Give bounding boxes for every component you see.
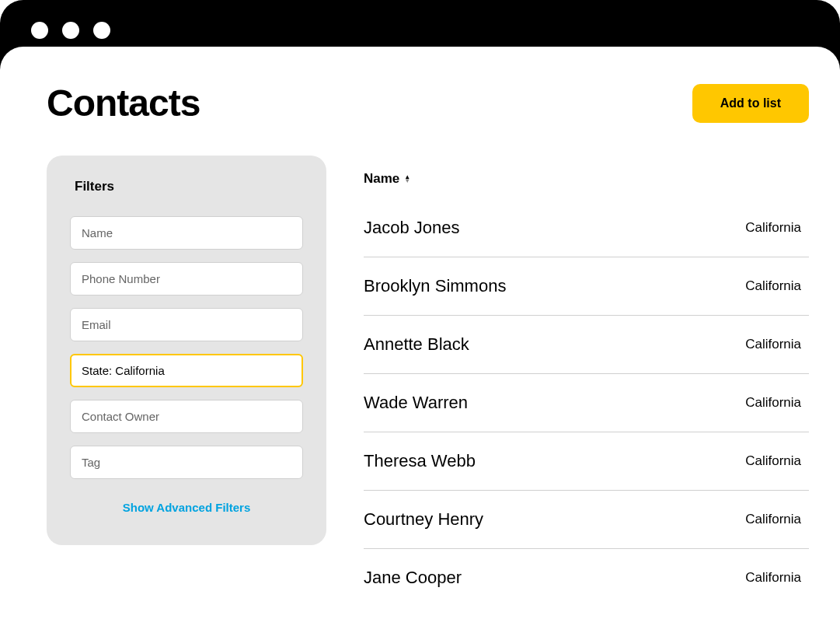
sort-icon: ▲▼ — [404, 175, 410, 183]
contact-state: California — [745, 512, 809, 527]
filter-state-input[interactable] — [70, 354, 303, 387]
app-window: Contacts Add to list Filters Show Advanc… — [0, 47, 840, 640]
contact-state: California — [745, 220, 809, 236]
add-to-list-button[interactable]: Add to list — [692, 84, 809, 123]
contact-state: California — [745, 337, 809, 352]
filter-tag-input[interactable] — [70, 446, 303, 479]
window-dot-minimize[interactable] — [62, 22, 79, 39]
contact-name: Jacob Jones — [364, 218, 460, 238]
contact-name: Jane Cooper — [364, 568, 462, 588]
show-advanced-filters-link[interactable]: Show Advanced Filters — [70, 501, 303, 514]
contact-name: Theresa Webb — [364, 451, 476, 471]
page-title: Contacts — [47, 82, 200, 124]
header: Contacts Add to list — [47, 82, 809, 124]
content: Filters Show Advanced Filters Name ▲▼ Ja… — [47, 156, 809, 607]
filter-name-input[interactable] — [70, 216, 303, 250]
contact-name: Brooklyn Simmons — [364, 276, 506, 296]
filter-owner-input[interactable] — [70, 400, 303, 433]
column-header-name-label: Name — [364, 171, 399, 187]
filters-panel: Filters Show Advanced Filters — [47, 156, 326, 545]
column-header-name[interactable]: Name ▲▼ — [364, 171, 809, 187]
results-table: Name ▲▼ Jacob JonesCaliforniaBrooklyn Si… — [364, 156, 809, 607]
filter-email-input[interactable] — [70, 308, 303, 341]
filter-phone-input[interactable] — [70, 262, 303, 296]
filters-title: Filters — [75, 179, 303, 194]
contact-name: Courtney Henry — [364, 509, 483, 530]
contact-state: California — [745, 278, 809, 294]
table-row[interactable]: Jacob JonesCalifornia — [364, 218, 809, 257]
table-row[interactable]: Wade WarrenCalifornia — [364, 374, 809, 432]
window-dot-maximize[interactable] — [93, 22, 110, 39]
window-dot-close[interactable] — [31, 22, 48, 39]
contact-name: Annette Black — [364, 334, 469, 355]
contact-state: California — [745, 395, 809, 411]
contact-state: California — [745, 570, 809, 586]
table-row[interactable]: Theresa WebbCalifornia — [364, 432, 809, 491]
table-row[interactable]: Jane CooperCalifornia — [364, 549, 809, 607]
contact-name: Wade Warren — [364, 393, 468, 413]
table-row[interactable]: Annette BlackCalifornia — [364, 316, 809, 374]
table-row[interactable]: Brooklyn SimmonsCalifornia — [364, 257, 809, 316]
table-row[interactable]: Courtney HenryCalifornia — [364, 491, 809, 549]
contact-state: California — [745, 453, 809, 469]
